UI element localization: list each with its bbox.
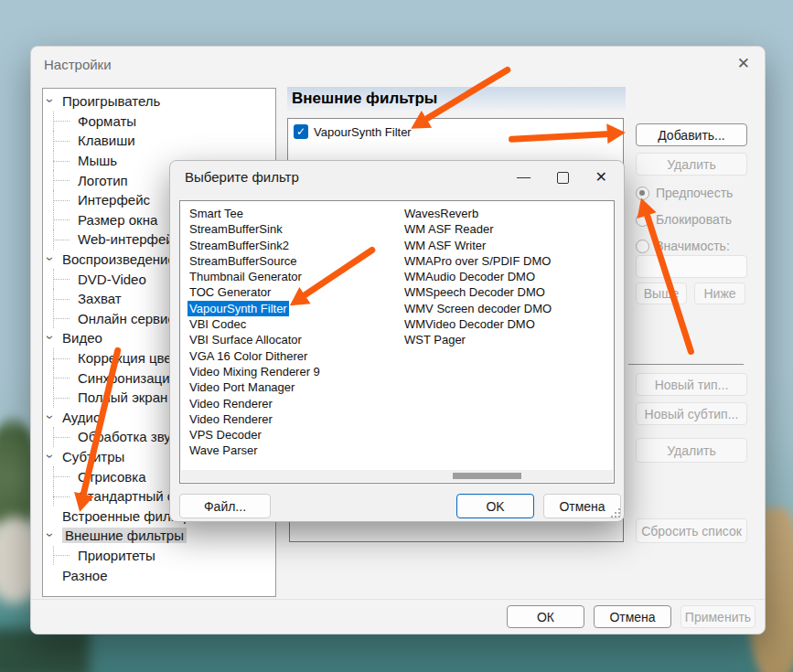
chevron-down-icon[interactable]: › (44, 533, 57, 538)
filter-list-column-1: Smart TeeStreamBufferSinkStreamBufferSin… (188, 206, 322, 459)
chevron-down-icon[interactable]: › (44, 453, 57, 458)
tree-item-label: Захват (78, 291, 122, 306)
ok-button[interactable]: ОК (507, 605, 584, 628)
filter-list-item[interactable]: WMV Screen decoder DMO (402, 301, 553, 316)
scrollbar-thumb[interactable] (453, 473, 521, 479)
filter-list-item[interactable]: VPS Decoder (188, 427, 263, 443)
apply-button[interactable]: Применить (680, 605, 755, 628)
tree-item[interactable]: Клавиши (43, 131, 275, 151)
external-filter-label: VapourSynth Filter (314, 125, 412, 139)
filter-list-item[interactable]: WavesReverb (402, 206, 480, 221)
filter-list-item[interactable]: Thumbnail Generator (188, 269, 304, 284)
remove-filter-button[interactable]: Удалить (636, 153, 747, 176)
tree-item-label: Субтитры (62, 449, 124, 464)
filter-list-item[interactable]: WM ASF Reader (402, 221, 496, 237)
tree-item-label: Воспроизведение (62, 251, 176, 267)
horizontal-scrollbar[interactable] (181, 470, 613, 482)
new-subtype-button[interactable]: Новый субтип... (636, 402, 747, 425)
reset-list-button[interactable]: Сбросить список (636, 518, 747, 543)
merit-radio[interactable]: Значимость: (636, 239, 730, 253)
tree-item-label: Форматы (78, 113, 136, 129)
tree-item-label: Клавиши (78, 133, 135, 148)
external-filter-row[interactable]: ✓VapourSynth Filter (288, 119, 623, 144)
filter-list-item[interactable]: TOC Generator (188, 284, 273, 300)
radio-icon[interactable] (636, 187, 649, 200)
maximize-icon[interactable] (557, 172, 569, 184)
chevron-down-icon[interactable]: › (44, 99, 57, 103)
filter-list-item[interactable]: Video Mixing Renderer 9 (188, 364, 322, 379)
radio-icon[interactable] (636, 240, 649, 253)
chevron-down-icon[interactable]: › (44, 414, 57, 419)
dialog-ok-button[interactable]: OK (456, 494, 534, 518)
merit-radio-label: Значимость: (656, 239, 730, 253)
minimize-icon[interactable]: — (517, 168, 530, 184)
tree-item-label: Внешние фильтры (62, 528, 187, 543)
filter-list-item[interactable]: StreamBufferSource (188, 253, 299, 269)
tree-item-label: Разное (62, 568, 108, 583)
tree-item-label: Отрисовка (78, 469, 145, 485)
side-button-column: Добавить... Удалить Предпочесть Блокиров… (636, 47, 747, 634)
tree-item-label: Логотип (78, 173, 128, 188)
prefer-radio[interactable]: Предпочесть (636, 186, 733, 200)
page-title: Внешние фильтры (287, 87, 626, 112)
filter-list-item[interactable]: VBI Surface Allocator (188, 332, 304, 347)
prefer-radio-label: Предпочесть (656, 186, 733, 200)
filter-list-item[interactable]: WMAudio Decoder DMO (402, 269, 537, 284)
filter-list-column-2: WavesReverbWM ASF ReaderWM ASF WriterWMA… (402, 206, 553, 348)
filter-list-item[interactable]: StreamBufferSink (188, 221, 284, 237)
filter-list[interactable]: Smart TeeStreamBufferSinkStreamBufferSin… (179, 200, 615, 484)
tree-item[interactable]: ›Внешние фильтры (43, 526, 275, 546)
filter-list-item[interactable]: WMAPro over S/PDIF DMO (402, 253, 552, 269)
tree-item[interactable]: Приоритеты (43, 546, 275, 566)
radio-icon[interactable] (636, 213, 649, 227)
tree-item-label: Мышь (78, 153, 117, 168)
filter-list-item[interactable]: Video Renderer (188, 411, 274, 427)
tree-item-label: Интерфейс (78, 192, 150, 208)
delete-type-button[interactable]: Удалить (636, 438, 747, 463)
move-up-button[interactable]: Выше (636, 283, 687, 304)
filter-list-item[interactable]: WM ASF Writer (402, 238, 488, 253)
filter-list-item[interactable]: Video Port Manager (188, 379, 296, 395)
resize-grip-icon[interactable] (610, 507, 621, 518)
chevron-down-icon[interactable]: › (44, 336, 57, 340)
wallpaper-grass (0, 629, 90, 672)
tree-item-label: Проигрыватель (62, 93, 160, 109)
filter-list-item[interactable]: Video Renderer (188, 396, 274, 411)
block-radio-label: Блокировать (656, 212, 732, 227)
filter-list-item-selected[interactable]: VapourSynth Filter (188, 301, 289, 316)
checkbox-checked-icon[interactable]: ✓ (294, 124, 308, 139)
move-down-button[interactable]: Ниже (694, 283, 745, 304)
tree-item-label: Аудио (62, 410, 101, 425)
tree-item-label: DVD-Video (78, 272, 146, 287)
filter-list-item[interactable]: Wave Parser (188, 443, 260, 458)
filter-list-item[interactable]: WST Pager (402, 332, 467, 347)
file-button[interactable]: Файл... (179, 494, 271, 518)
block-radio[interactable]: Блокировать (636, 212, 732, 227)
filter-list-item[interactable]: StreamBufferSink2 (188, 238, 291, 253)
window-title: Настройки (44, 57, 112, 72)
tree-item-label: Размер окна (78, 212, 157, 228)
new-type-button[interactable]: Новый тип... (636, 373, 747, 396)
merit-input[interactable] (636, 255, 747, 278)
filter-list-item[interactable]: WMSpeech Decoder DMO (402, 284, 547, 300)
tree-item-label: Приоритеты (78, 548, 155, 563)
dialog-title: Выберите фильтр (185, 169, 299, 185)
filter-list-item[interactable]: VBI Codec (188, 316, 248, 332)
tree-item[interactable]: Разное (43, 565, 275, 585)
cancel-button[interactable]: Отмена (594, 605, 671, 628)
select-filter-dialog: Выберите фильтр — ✕ Smart TeeStreamBuffe… (169, 160, 625, 522)
tree-item[interactable]: Форматы (43, 112, 275, 132)
tree-item-label: Web-интерфейс (78, 231, 180, 247)
filter-list-item[interactable]: WMVideo Decoder DMO (402, 316, 537, 332)
close-icon[interactable]: ✕ (595, 168, 607, 186)
tree-item-label: Видео (62, 330, 102, 346)
filter-list-item[interactable]: Smart Tee (188, 206, 245, 221)
tree-item-label: Синхронизация (78, 370, 177, 386)
tree-item[interactable]: ›Проигрыватель (43, 91, 275, 112)
window-footer: ОК Отмена Применить (31, 599, 765, 634)
chevron-down-icon[interactable]: › (44, 256, 57, 261)
tree-item-label: Полный экран (78, 389, 167, 405)
filter-list-item[interactable]: VGA 16 Color Ditherer (188, 348, 309, 364)
add-filter-button[interactable]: Добавить... (636, 123, 747, 146)
